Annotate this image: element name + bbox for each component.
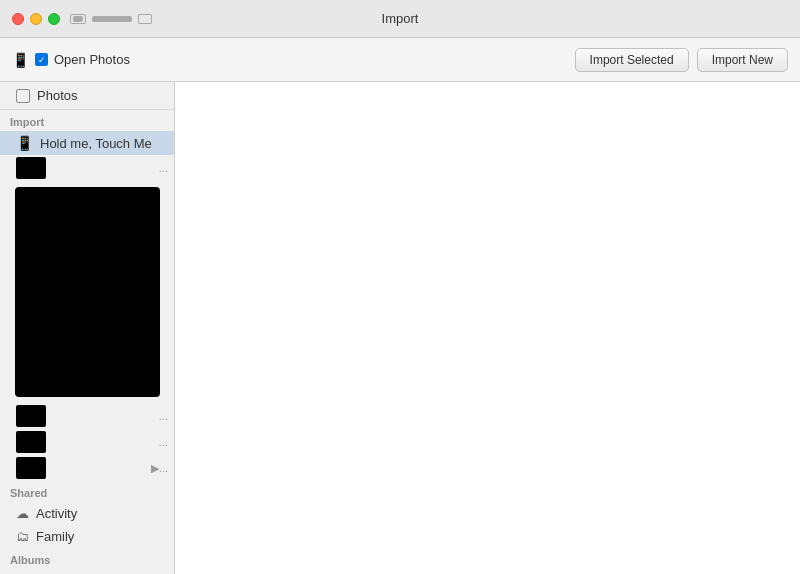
sidebar-item-device[interactable]: 📱 Hold me, Touch Me: [0, 131, 174, 155]
minimize-button[interactable]: [30, 13, 42, 25]
toolbar: 📱 ✓ Open Photos Import Selected Import N…: [0, 38, 800, 82]
traffic-lights: [12, 13, 60, 25]
preview-row-3: ...: [0, 429, 174, 455]
main-layout: Photos Import 📱 Hold me, Touch Me ... ..…: [0, 82, 800, 574]
sidebar-item-all-photos[interactable]: 🗂 All Photos: [0, 569, 174, 574]
preview-row-1: ...: [0, 155, 174, 181]
import-selected-button[interactable]: Import Selected: [575, 48, 689, 72]
open-photos-checkbox[interactable]: ✓: [35, 53, 48, 66]
preview-thumb-1: [16, 157, 46, 179]
titlebar: Import: [0, 0, 800, 38]
window-controls: [70, 14, 152, 24]
preview-thumb-2: [16, 405, 46, 427]
preview-dots-3: ...: [159, 436, 168, 448]
preview-row-4: ▶...: [0, 455, 174, 481]
window-title: Import: [382, 11, 419, 26]
preview-thumb-3: [16, 431, 46, 453]
activity-label: Activity: [36, 506, 77, 521]
albums-section-header: Albums: [0, 548, 174, 569]
phone-preview-area: ... ... ... ▶...: [0, 155, 174, 481]
preview-dots-1: ...: [159, 162, 168, 174]
import-section-header: Import: [0, 110, 174, 131]
device-label: Hold me, Touch Me: [40, 136, 152, 151]
sidebar-item-family[interactable]: 🗂 Family: [0, 525, 174, 548]
view-icon: [138, 14, 152, 24]
content-area: [175, 82, 800, 574]
folder-icon-family: 🗂: [16, 529, 29, 544]
close-button[interactable]: [12, 13, 24, 25]
preview-dots-2: ...: [159, 410, 168, 422]
family-label: Family: [36, 529, 74, 544]
photos-library-icon: [16, 89, 30, 103]
toolbar-right: Import Selected Import New: [575, 48, 788, 72]
sidebar-item-activity[interactable]: ☁ Activity: [0, 502, 174, 525]
device-phone-icon: 📱: [16, 135, 33, 151]
sidebar: Photos Import 📱 Hold me, Touch Me ... ..…: [0, 82, 175, 574]
progress-bar: [92, 16, 132, 22]
maximize-button[interactable]: [48, 13, 60, 25]
open-photos-label: Open Photos: [54, 52, 130, 67]
preview-dots-4: ▶...: [151, 462, 168, 475]
phone-main-preview: [15, 187, 160, 397]
phone-icon: 📱: [12, 52, 29, 68]
preview-thumb-4: [16, 457, 46, 479]
photos-label: Photos: [37, 88, 77, 103]
open-photos-container: 📱 ✓ Open Photos: [12, 52, 130, 68]
sidebar-item-photos[interactable]: Photos: [0, 82, 174, 110]
shared-section-header: Shared: [0, 481, 174, 502]
window-mode-icon: [70, 14, 86, 24]
preview-row-2: ...: [0, 403, 174, 429]
import-new-button[interactable]: Import New: [697, 48, 788, 72]
cloud-icon: ☁: [16, 506, 29, 521]
